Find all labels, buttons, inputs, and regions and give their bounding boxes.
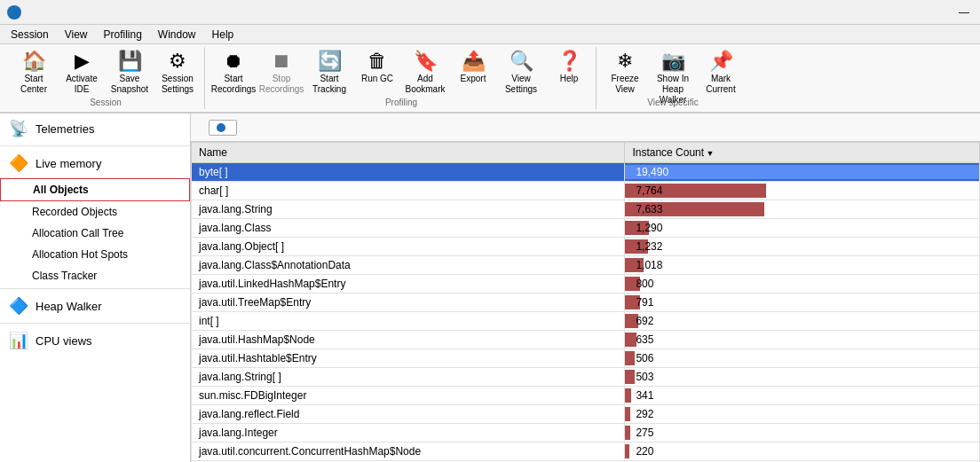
activate-ide-button[interactable]: ▶Activate IDE — [59, 47, 105, 100]
table-row[interactable]: java.lang.String[ ]503 — [192, 368, 980, 387]
show-heap-walker-button[interactable]: 📷Show In Heap Walker — [650, 47, 696, 100]
cpu-views-icon: 📊 — [9, 331, 28, 350]
table-row[interactable]: byte[ ]19,490 — [192, 163, 980, 182]
add-bookmark-label: Add Bookmark — [405, 74, 446, 95]
sidebar: 📡Telemetries🔶Live memoryAll ObjectsRecor… — [0, 114, 191, 462]
column-header-name[interactable]: Name — [192, 143, 625, 163]
cell-instance-count: 800 — [625, 275, 980, 294]
session-settings-button[interactable]: ⚙Session Settings — [154, 47, 201, 100]
aggregation-classes-button[interactable] — [209, 120, 237, 136]
save-snapshot-button[interactable]: 💾Save Snapshot — [107, 47, 153, 100]
cell-instance-count: 506 — [625, 349, 980, 368]
toolbar-group-profiling: ⏺Start Recordings⏹Stop Recordings🔄Start … — [207, 47, 597, 109]
menu-item-session[interactable]: Session — [4, 27, 56, 43]
main-layout: 📡Telemetries🔶Live memoryAll ObjectsRecor… — [0, 114, 980, 462]
table-row[interactable]: java.lang.Class$AnnotationData1,018 — [192, 256, 980, 275]
telemetries-label: Telemetries — [36, 122, 94, 136]
menu-bar: SessionViewProfilingWindowHelp — [0, 25, 980, 44]
cell-class-name: java.util.HashMap$Node — [192, 331, 625, 349]
table-row[interactable]: java.lang.reflect.Field292 — [192, 405, 980, 424]
stop-recordings-icon: ⏹ — [272, 51, 291, 71]
table-row[interactable]: java.util.concurrent.ConcurrentHashMap$N… — [192, 442, 980, 461]
start-recordings-label: Start Recordings — [211, 74, 257, 95]
title-bar: — — [0, 0, 980, 25]
cell-instance-count: 220 — [625, 442, 980, 461]
view-settings-button[interactable]: 🔍View Settings — [498, 47, 544, 100]
cell-instance-count: 1,232 — [625, 238, 980, 256]
add-bookmark-button[interactable]: 🔖Add Bookmark — [402, 47, 448, 100]
cell-instance-count: 1,018 — [625, 256, 980, 275]
aggregation-icon — [217, 123, 225, 132]
sidebar-item-allocation-call-tree[interactable]: Allocation Call Tree — [0, 223, 190, 244]
freeze-view-icon: ❄ — [617, 51, 633, 71]
cell-class-name: char[ ] — [192, 182, 625, 200]
start-tracking-label: Start Tracking — [309, 74, 350, 95]
heap-walker-icon: 🔷 — [9, 296, 28, 316]
table-row[interactable]: java.util.LinkedHashMap$Entry800 — [192, 275, 980, 294]
stop-recordings-label: Stop Recordings — [259, 74, 304, 95]
show-heap-walker-icon: 📷 — [661, 51, 685, 71]
run-gc-button[interactable]: 🗑Run GC — [354, 47, 400, 100]
table-row[interactable]: java.lang.Object[ ]1,232 — [192, 238, 980, 256]
table-row[interactable]: java.lang.String7,633 — [192, 200, 980, 219]
help-button[interactable]: ❓Help — [546, 47, 592, 100]
start-center-icon: 🏠 — [22, 51, 46, 71]
cell-class-name: java.lang.Integer — [192, 424, 625, 442]
sidebar-section-heap-walker[interactable]: 🔷Heap Walker — [0, 291, 190, 321]
sidebar-section-live-memory[interactable]: 🔶Live memory — [0, 148, 190, 178]
aggregation-bar — [191, 114, 980, 142]
export-icon: 📤 — [462, 51, 486, 71]
start-recordings-button[interactable]: ⏺Start Recordings — [210, 47, 257, 100]
cell-class-name: byte[ ] — [192, 163, 625, 182]
cell-class-name: java.util.TreeMap$Entry — [192, 294, 625, 312]
menu-item-window[interactable]: Window — [151, 27, 203, 43]
toolbar-group-label: View specific — [598, 98, 747, 107]
table-row[interactable]: sun.misc.FDBigInteger341 — [192, 387, 980, 405]
menu-item-help[interactable]: Help — [205, 27, 241, 43]
toolbar-group-label: Profiling — [207, 98, 596, 107]
table-row[interactable]: java.util.TreeMap$Entry791 — [192, 294, 980, 312]
freeze-view-label: Freeze View — [605, 74, 645, 95]
help-label: Help — [560, 74, 579, 84]
table-row[interactable]: char[ ]7,764 — [192, 182, 980, 200]
sidebar-section-cpu-views[interactable]: 📊CPU views — [0, 325, 190, 356]
freeze-view-button[interactable]: ❄Freeze View — [602, 47, 648, 100]
sidebar-item-recorded-objects[interactable]: Recorded Objects — [0, 201, 190, 223]
live-memory-icon: 🔶 — [9, 153, 28, 173]
menu-item-profiling[interactable]: Profiling — [97, 27, 149, 43]
sidebar-section-telemetries[interactable]: 📡Telemetries — [0, 114, 190, 144]
heap-walker-label: Heap Walker — [36, 300, 102, 313]
sidebar-item-class-tracker[interactable]: Class Tracker — [0, 265, 190, 286]
toolbar-group-view-specific: ❄Freeze View📷Show In Heap Walker📌Mark Cu… — [598, 47, 747, 109]
stop-recordings-button: ⏹Stop Recordings — [258, 47, 304, 100]
export-button[interactable]: 📤Export — [450, 47, 496, 100]
instances-table-container[interactable]: Name Instance Count byte[ ]19,490char[ ]… — [191, 142, 980, 462]
start-recordings-icon: ⏺ — [224, 51, 243, 71]
cell-instance-count: 692 — [625, 312, 980, 331]
column-header-count[interactable]: Instance Count — [625, 143, 980, 163]
view-settings-label: View Settings — [501, 74, 541, 95]
start-tracking-button[interactable]: 🔄Start Tracking — [306, 47, 352, 100]
minimize-button[interactable]: — — [955, 4, 973, 21]
cell-instance-count: 7,764 — [625, 182, 980, 200]
table-row[interactable]: java.util.Hashtable$Entry506 — [192, 349, 980, 368]
cell-class-name: java.lang.Class$AnnotationData — [192, 256, 625, 275]
table-row[interactable]: java.util.HashMap$Node635 — [192, 331, 980, 349]
help-icon: ❓ — [557, 51, 581, 71]
menu-item-view[interactable]: View — [58, 27, 95, 43]
cell-class-name: java.lang.String — [192, 200, 625, 219]
cell-class-name: java.util.Hashtable$Entry — [192, 349, 625, 368]
cell-instance-count: 635 — [625, 331, 980, 349]
cell-class-name: java.util.concurrent.ConcurrentHashMap$N… — [192, 442, 625, 461]
toolbar: 🏠Start Center▶Activate IDE💾Save Snapshot… — [0, 44, 980, 114]
sidebar-item-allocation-hot-spots[interactable]: Allocation Hot Spots — [0, 244, 190, 265]
table-row[interactable]: int[ ]692 — [192, 312, 980, 331]
table-row[interactable]: java.lang.Class1,290 — [192, 219, 980, 238]
cell-instance-count: 341 — [625, 387, 980, 405]
sidebar-item-all-objects[interactable]: All Objects — [0, 178, 190, 201]
cell-class-name: java.lang.Object[ ] — [192, 238, 625, 256]
content-area: Name Instance Count byte[ ]19,490char[ ]… — [191, 114, 980, 462]
mark-current-button[interactable]: 📌Mark Current — [698, 47, 744, 100]
start-center-button[interactable]: 🏠Start Center — [11, 47, 57, 100]
table-row[interactable]: java.lang.Integer275 — [192, 424, 980, 442]
